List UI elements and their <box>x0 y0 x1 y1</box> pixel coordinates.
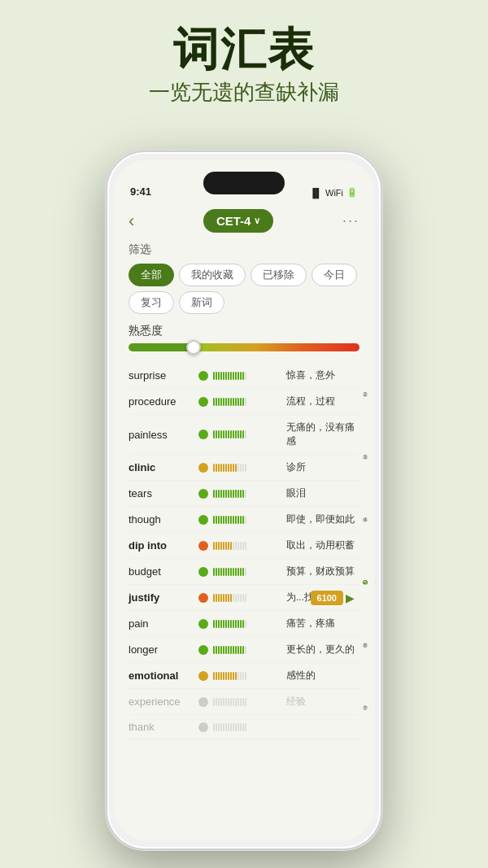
word-english: longer <box>129 643 194 656</box>
word-chinese: 预算，财政预算 <box>286 565 359 578</box>
table-row[interactable]: dip into取出，动用积蓄 <box>129 533 359 559</box>
word-english: pain <box>129 617 194 630</box>
table-row[interactable]: longer更长的，更久的 <box>129 637 359 663</box>
word-familiarity-dot <box>198 619 208 629</box>
scroll-dot: 7 <box>363 705 368 710</box>
word-familiarity-dot <box>198 489 208 499</box>
scroll-dot: 2 <box>363 392 368 397</box>
table-row[interactable]: surprise惊喜，意外 <box>129 363 359 389</box>
word-english: painless <box>129 429 194 441</box>
word-english: tears <box>129 487 194 499</box>
scroll-dot: 6 <box>363 643 368 648</box>
word-chinese: 取出，动用积蓄 <box>286 539 359 552</box>
table-row[interactable]: though即使，即便如此 <box>129 507 359 533</box>
app-content: ‹ CET-4 ∨ ··· 筛选 全部我的收藏已移除今日复习新词 熟悉度 <box>114 203 374 739</box>
nav-title-text: CET-4 <box>216 214 251 228</box>
table-row[interactable]: tears眼泪 <box>129 481 359 507</box>
word-english: emotional <box>129 670 194 682</box>
table-row[interactable]: painless无痛的，没有痛感 <box>129 415 359 455</box>
scroll-indicator: 234567 <box>359 363 371 739</box>
word-familiarity-dot <box>198 671 208 681</box>
familiarity-slider[interactable] <box>129 343 359 351</box>
word-list: surprise惊喜，意外procedure流程，过程painless无痛的，没… <box>129 363 359 739</box>
word-english: thank <box>129 721 194 733</box>
word-familiarity-dot <box>198 463 208 473</box>
word-chinese: 即使，即便如此 <box>286 513 359 526</box>
word-english: clinic <box>129 461 194 473</box>
table-row[interactable]: thank <box>129 715 359 739</box>
word-chinese: 经验 <box>286 695 359 709</box>
battery-icon: 🔋 <box>346 187 358 198</box>
dynamic-island <box>203 172 285 194</box>
score-badge: 6100 <box>311 591 343 605</box>
filter-chip[interactable]: 全部 <box>129 264 174 286</box>
word-english: procedure <box>129 395 194 408</box>
slider-thumb[interactable] <box>186 340 201 355</box>
word-english: experience <box>129 696 194 708</box>
table-row[interactable]: budget预算，财政预算 <box>129 559 359 585</box>
page-title-main: 词汇表 <box>0 24 488 75</box>
phone-screen: 9:41 ▐▌ WiFi 🔋 ‹ CET-4 ∨ ··· 筛选 全部我的收藏 <box>114 160 374 840</box>
word-familiarity-dot <box>198 722 208 732</box>
phone-device: 9:41 ▐▌ WiFi 🔋 ‹ CET-4 ∨ ··· 筛选 全部我的收藏 <box>106 150 382 850</box>
word-chinese: 感性的 <box>286 669 359 683</box>
scroll-dot: 4 <box>363 517 368 522</box>
word-familiarity-dot <box>198 515 208 525</box>
word-english: dip into <box>129 539 194 552</box>
page-title-sub: 一览无遗的查缺补漏 <box>0 78 488 107</box>
word-familiarity-dot <box>198 697 208 707</box>
back-button[interactable]: ‹ <box>129 211 134 232</box>
table-row[interactable]: emotional感性的 <box>129 663 359 689</box>
filter-chip[interactable]: 复习 <box>129 291 174 314</box>
filter-chip[interactable]: 我的收藏 <box>179 264 246 286</box>
wifi-icon: WiFi <box>325 188 343 198</box>
filter-section: 筛选 全部我的收藏已移除今日复习新词 <box>129 242 359 314</box>
filter-chip[interactable]: 新词 <box>179 291 224 314</box>
table-row[interactable]: pain痛苦，疼痛 <box>129 611 359 637</box>
word-familiarity-dot <box>198 430 208 439</box>
word-english: justify <box>129 591 194 604</box>
slider-label: 熟悉度 <box>129 324 359 338</box>
word-english: surprise <box>129 369 194 382</box>
scroll-dot: 5 <box>363 580 368 585</box>
nav-bar: ‹ CET-4 ∨ ··· <box>129 203 359 242</box>
word-familiarity-dot <box>198 567 208 577</box>
word-chinese: 痛苦，疼痛 <box>286 617 359 630</box>
nav-more-button[interactable]: ··· <box>342 212 359 229</box>
filter-chip[interactable]: 已移除 <box>251 264 307 286</box>
word-chinese: 惊喜，意外 <box>286 369 359 382</box>
filter-chips: 全部我的收藏已移除今日复习新词 <box>129 264 359 314</box>
word-chinese: 更长的，更久的 <box>286 643 359 656</box>
signal-icon: ▐▌ <box>309 188 322 198</box>
word-familiarity-dot <box>198 593 208 603</box>
status-time: 9:41 <box>130 185 151 198</box>
word-chinese: 眼泪 <box>286 486 359 500</box>
table-row[interactable]: clinic诊所 <box>129 455 359 481</box>
table-row[interactable]: procedure流程，过程 <box>129 389 359 415</box>
word-familiarity-dot <box>198 371 208 381</box>
word-familiarity-dot <box>198 397 208 407</box>
word-chinese: 无痛的，没有痛感 <box>286 421 359 448</box>
word-chinese: 流程，过程 <box>286 395 359 408</box>
filter-chip[interactable]: 今日 <box>312 264 357 286</box>
slider-section: 熟悉度 <box>129 324 359 351</box>
table-row[interactable]: justify为...找借口6100▶ <box>129 585 359 611</box>
word-familiarity-dot <box>198 645 208 655</box>
scroll-dot: 3 <box>363 455 368 460</box>
page-header: 词汇表 一览无遗的查缺补漏 <box>0 24 488 107</box>
filter-label: 筛选 <box>129 242 359 257</box>
word-english: budget <box>129 565 194 578</box>
status-icons: ▐▌ WiFi 🔋 <box>309 187 358 198</box>
nav-title-pill[interactable]: CET-4 ∨ <box>203 209 274 233</box>
word-familiarity-dot <box>198 541 208 551</box>
table-row[interactable]: experience经验 <box>129 689 359 715</box>
word-chinese: 诊所 <box>286 460 359 474</box>
word-english: though <box>129 513 194 526</box>
score-arrow-icon: ▶ <box>346 591 355 604</box>
nav-dropdown-icon: ∨ <box>254 216 260 226</box>
